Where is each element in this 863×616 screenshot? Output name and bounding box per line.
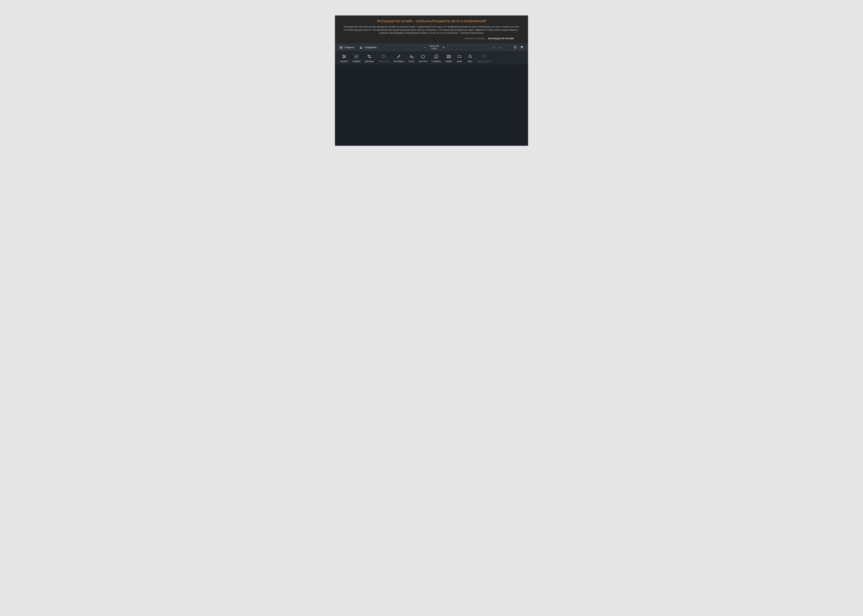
tool-resize[interactable]: РАЗМЕР [350,54,363,63]
svg-rect-18 [448,56,450,57]
paint-bucket-icon [468,54,472,59]
tool-draw-label: РИСОВАТЬ [394,60,404,63]
undo-button[interactable] [492,46,496,49]
breadcrumb-home-link[interactable]: ГЛАВНАЯ СТРАНИЦА [464,38,485,39]
tool-merge: ОБЪЕДИНИТЬ [476,54,493,63]
zoom-in-button[interactable]: + [441,45,446,50]
tool-shapes-label: ФИГУРЫ [419,60,427,63]
tool-background[interactable]: ФОН [465,54,476,63]
svg-rect-2 [360,48,362,49]
svg-point-16 [436,56,437,56]
svg-point-6 [343,55,344,56]
tool-text-label: ТЕКСТ [408,60,415,63]
tool-filter-label: ФИЛЬТР [340,60,348,63]
svg-rect-17 [447,55,450,58]
open-label: Открыть [345,46,354,49]
sliders-icon [342,54,346,59]
tool-merge-label: ОБЪЕДИНИТЬ [477,60,491,63]
zoom-display: Масштаб 100% [429,45,439,50]
crop-icon [367,54,372,59]
svg-point-8 [343,57,344,58]
tool-corners[interactable]: КРАЯ [454,54,465,63]
tool-text[interactable]: ТЕКСТ [406,54,417,63]
tool-filter[interactable]: ФИЛЬТР [338,54,350,63]
tool-crop-label: ОБРЕЗКА [365,60,374,63]
history-icon [513,46,517,49]
tool-frame-label: РАМКА [446,60,452,63]
download-icon [359,46,363,49]
tool-background-label: ФОН [468,60,472,63]
top-toolbar: Открыть Сохранить − Масштаб 100% + [335,43,528,52]
tool-transform: ТРАНСОРМ [376,54,391,63]
tool-shapes[interactable]: ФИГУРЫ [417,54,429,63]
transform-icon [381,54,386,59]
page-title: Фоторедактор онлайн - необычный редактор… [342,19,521,23]
svg-point-15 [436,56,436,56]
zoom-label-text: Масштаб [429,45,439,47]
svg-point-11 [412,57,413,58]
breadcrumb-separator: » [486,38,487,39]
pentagon-icon [421,54,425,59]
save-button[interactable]: Сохранить [359,46,377,49]
breadcrumb-current: ФОТОРЕДАКТОР ОНЛАЙН [488,38,514,39]
breadcrumb: ГЛАВНАЯ СТРАНИЦА » ФОТОРЕДАКТОР ОНЛАЙН [342,35,521,41]
undo-icon [492,46,495,49]
tool-frame[interactable]: РАМКА [443,54,454,63]
merge-icon [482,54,487,59]
rounded-rect-icon [457,54,462,59]
tool-resize-label: РАЗМЕР [353,60,361,63]
layers-button[interactable] [520,46,524,49]
smile-icon [434,54,439,59]
svg-rect-19 [458,55,461,58]
text-icon [409,54,414,59]
tool-draw[interactable]: РИСОВАТЬ [391,54,406,63]
redo-icon [499,46,502,49]
svg-point-7 [345,56,345,57]
page-description: Популярный и бесплатный фоторедактор онл… [343,25,520,35]
svg-point-14 [435,55,438,58]
history-button[interactable] [513,46,517,49]
tool-stickers[interactable]: СТИКЕРЫ [429,54,443,63]
redo-button[interactable] [498,46,502,49]
tool-stickers-label: СТИКЕРЫ [432,60,441,63]
frame-icon [446,54,451,59]
open-button[interactable]: Открыть [339,46,354,49]
image-icon [339,46,343,49]
editor-canvas[interactable] [335,65,528,146]
save-label: Сохранить [364,46,377,49]
page-header: Фоторедактор онлайн - необычный редактор… [335,16,528,43]
app-window: Фоторедактор онлайн - необычный редактор… [335,16,528,146]
zoom-out-button[interactable]: − [422,45,427,50]
svg-point-20 [471,57,472,58]
pencil-icon [397,54,401,59]
tool-crop[interactable]: ОБРЕЗКА [363,54,376,63]
layers-icon [520,46,524,49]
resize-icon [354,54,359,59]
tool-corners-label: КРАЯ [457,60,462,63]
tools-toolbar: ФИЛЬТР РАЗМЕР ОБРЕЗКА ТРАНСОРМ РИСОВАТЬ [335,52,528,65]
zoom-value-text: 100% [429,47,439,50]
tool-transform-label: ТРАНСОРМ [378,60,389,63]
